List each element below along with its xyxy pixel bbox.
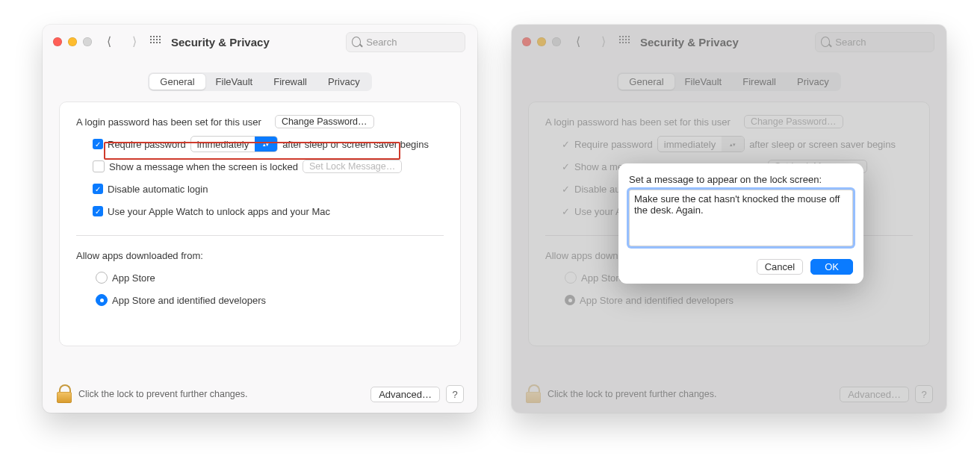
- minimize-icon[interactable]: [68, 37, 77, 46]
- general-panel: A login password has been set for this u…: [59, 102, 461, 346]
- window-title: Security & Privacy: [171, 36, 270, 49]
- ok-button[interactable]: OK: [810, 259, 853, 275]
- lock-message-dialog: Set a message to appear on the lock scre…: [618, 163, 863, 284]
- help-button[interactable]: ?: [446, 385, 464, 403]
- allow-appstore-label: App Store: [112, 272, 155, 284]
- tab-general[interactable]: General: [149, 74, 205, 90]
- cancel-button[interactable]: Cancel: [757, 259, 803, 275]
- set-lock-message-button[interactable]: Set Lock Message…: [303, 160, 402, 173]
- lock-message-input[interactable]: [629, 190, 853, 246]
- dialog-title: Set a message to appear on the lock scre…: [629, 174, 853, 185]
- forward-button[interactable]: ⟩: [126, 36, 143, 48]
- allow-identified-label: App Store and identified developers: [112, 295, 266, 306]
- allow-apps-header: Allow apps downloaded from:: [76, 250, 203, 261]
- search-field[interactable]: [346, 32, 465, 52]
- change-password-button[interactable]: Change Password…: [275, 115, 374, 128]
- show-message-label: Show a message when the screen is locked: [109, 161, 298, 172]
- apple-watch-label: Use your Apple Watch to unlock apps and …: [108, 206, 330, 217]
- back-button[interactable]: ⟨: [101, 36, 117, 48]
- advanced-button[interactable]: Advanced…: [370, 387, 440, 402]
- zoom-icon[interactable]: [83, 37, 92, 46]
- close-icon[interactable]: [53, 37, 62, 46]
- require-password-suffix: after sleep or screen saver begins: [282, 139, 429, 150]
- allow-appstore-radio[interactable]: [96, 272, 108, 284]
- tab-filevault[interactable]: FileVault: [205, 74, 264, 90]
- traffic-lights[interactable]: [53, 37, 92, 46]
- require-password-checkbox[interactable]: ✓: [93, 139, 103, 149]
- password-set-label: A login password has been set for this u…: [76, 116, 261, 128]
- search-icon: [352, 37, 361, 47]
- require-password-label: Require password: [108, 139, 186, 150]
- tab-privacy[interactable]: Privacy: [317, 74, 370, 90]
- apple-watch-checkbox[interactable]: ✓: [93, 206, 103, 216]
- tab-firewall[interactable]: Firewall: [263, 74, 317, 90]
- lock-icon[interactable]: [56, 384, 72, 404]
- search-input[interactable]: [365, 36, 459, 49]
- lock-hint: Click the lock to prevent further change…: [78, 389, 248, 399]
- tabs: General FileVault Firewall Privacy: [148, 72, 371, 91]
- show-message-checkbox[interactable]: [93, 160, 105, 172]
- require-password-delay[interactable]: immediately ▴▾: [190, 136, 278, 152]
- all-prefs-icon[interactable]: [150, 36, 162, 48]
- allow-identified-radio[interactable]: [96, 294, 108, 306]
- disable-autologin-label: Disable automatic login: [108, 184, 208, 195]
- disable-autologin-checkbox[interactable]: ✓: [93, 184, 103, 194]
